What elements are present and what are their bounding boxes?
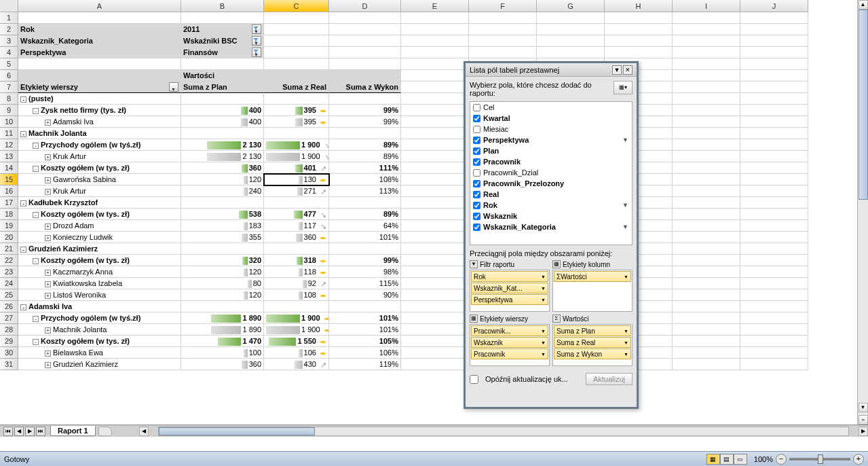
- field-checkbox[interactable]: [473, 213, 480, 220]
- cell-E[interactable]: [401, 289, 469, 301]
- pivot-real[interactable]: 118 ➨: [264, 266, 329, 278]
- cell-F[interactable]: [469, 35, 537, 47]
- cell-J[interactable]: [740, 232, 808, 243]
- cell-E[interactable]: [401, 82, 469, 93]
- cell-I[interactable]: [673, 324, 740, 336]
- suma-plan-header[interactable]: Suma z Plan: [181, 82, 264, 93]
- pivot-wykon[interactable]: 99%: [329, 255, 401, 266]
- dropzone-item[interactable]: Wskaznik▼: [471, 337, 548, 348]
- cell[interactable]: [329, 70, 401, 82]
- pane-titlebar[interactable]: Lista pól tabeli przestawnej ▼ ✕: [466, 63, 637, 77]
- cell-E[interactable]: [401, 359, 469, 370]
- row-header-12[interactable]: 12: [0, 139, 18, 151]
- row-header-10[interactable]: 10: [0, 116, 18, 128]
- col-header-E[interactable]: E: [401, 0, 469, 12]
- filter-label-0[interactable]: Rok: [18, 24, 181, 35]
- pivot-real[interactable]: [264, 197, 329, 209]
- field-checkbox[interactable]: [473, 180, 480, 187]
- pivot-real[interactable]: [264, 93, 329, 105]
- cell-J[interactable]: [740, 105, 808, 116]
- pivot-row-label[interactable]: +Konieczny Ludwik: [18, 232, 181, 243]
- cell-H[interactable]: [605, 12, 673, 24]
- cell-I[interactable]: [673, 336, 740, 347]
- cell-J[interactable]: [740, 174, 808, 185]
- pivot-plan[interactable]: [181, 243, 264, 255]
- row-header-30[interactable]: 30: [0, 347, 18, 359]
- cell-G[interactable]: [537, 35, 605, 47]
- pivot-wykon[interactable]: 99%: [329, 105, 401, 116]
- pivot-wykon[interactable]: 105%: [329, 336, 401, 347]
- row-header-28[interactable]: 28: [0, 324, 18, 336]
- cell-E[interactable]: [401, 151, 469, 162]
- pivot-plan[interactable]: [181, 128, 264, 139]
- cell-J[interactable]: [740, 255, 808, 266]
- row-header-7[interactable]: 7: [0, 82, 18, 93]
- pivot-plan[interactable]: 80: [181, 278, 264, 289]
- pivot-plan[interactable]: 2 130: [181, 151, 264, 162]
- cell-E[interactable]: [401, 70, 469, 82]
- cell-J[interactable]: [740, 266, 808, 278]
- row-header-14[interactable]: 14: [0, 162, 18, 174]
- pivot-plan[interactable]: 120: [181, 266, 264, 278]
- pivot-real[interactable]: 430 ↗: [264, 359, 329, 370]
- cell-I[interactable]: [673, 289, 740, 301]
- pivot-plan[interactable]: 320: [181, 255, 264, 266]
- pivot-row-label[interactable]: -Koszty ogółem (w tys. zł): [18, 162, 181, 174]
- pivot-real[interactable]: 117 ↘: [264, 220, 329, 232]
- pivot-row-label[interactable]: -Koszty ogółem (w tys. zł): [18, 209, 181, 220]
- cell[interactable]: [181, 58, 264, 70]
- row-header-1[interactable]: 1: [0, 12, 18, 24]
- zoom-slider-thumb[interactable]: [818, 454, 823, 464]
- defer-update-checkbox[interactable]: [470, 375, 478, 384]
- col-header-A[interactable]: A: [18, 0, 181, 12]
- row-header-23[interactable]: 23: [0, 266, 18, 278]
- pivot-row-label[interactable]: -Kadłubek Krzysztof: [18, 197, 181, 209]
- cell-F[interactable]: [469, 12, 537, 24]
- cell-E[interactable]: [401, 255, 469, 266]
- pivot-real[interactable]: 395 ➨: [264, 105, 329, 116]
- pivot-plan[interactable]: 120: [181, 289, 264, 301]
- cell-E[interactable]: [401, 324, 469, 336]
- col-header-I[interactable]: I: [673, 0, 740, 12]
- cell[interactable]: [329, 47, 401, 58]
- cell-A1[interactable]: [18, 12, 181, 24]
- row-header-27[interactable]: 27: [0, 312, 18, 324]
- col-header-C[interactable]: C: [264, 0, 329, 12]
- pivot-row-label[interactable]: +Grudzień Kazimierz: [18, 359, 181, 370]
- row-header-3[interactable]: 3: [0, 35, 18, 47]
- cell-J[interactable]: [740, 139, 808, 151]
- zoom-in-button[interactable]: +: [853, 454, 864, 465]
- cell-I[interactable]: [673, 243, 740, 255]
- row-header-8[interactable]: 8: [0, 93, 18, 105]
- pivot-real[interactable]: 92 ↗: [264, 278, 329, 289]
- dropzone-item[interactable]: Perspektywa▼: [471, 294, 548, 305]
- pivot-real[interactable]: 477 ↘: [264, 209, 329, 220]
- cell-I[interactable]: [673, 93, 740, 105]
- pivot-plan[interactable]: 538: [181, 209, 264, 220]
- cell[interactable]: [329, 35, 401, 47]
- values-header[interactable]: Wartości: [181, 70, 264, 82]
- dropzone-item[interactable]: Suma z Real▼: [554, 337, 631, 348]
- field-item[interactable]: Pracownik: [470, 156, 632, 167]
- pivot-real[interactable]: 1 900 ➨: [264, 312, 329, 324]
- cell-I[interactable]: [673, 312, 740, 324]
- pivot-wykon[interactable]: 101%: [329, 312, 401, 324]
- row-labels-zone[interactable]: ▦Etykiety wierszy Pracownik...▼Wskaznik▼…: [470, 315, 550, 366]
- hscroll-right[interactable]: ▶: [858, 427, 868, 436]
- pivot-wykon[interactable]: [329, 301, 401, 312]
- cell-I[interactable]: [673, 128, 740, 139]
- cell-J[interactable]: [740, 70, 808, 82]
- cell-E[interactable]: [401, 116, 469, 128]
- horizontal-scrollbar[interactable]: [158, 427, 849, 436]
- cell-G[interactable]: [537, 24, 605, 35]
- pivot-real[interactable]: [264, 301, 329, 312]
- field-item[interactable]: Real: [470, 189, 632, 200]
- page-layout-view-button[interactable]: ▤: [720, 454, 734, 465]
- pivot-row-label[interactable]: -Grudzień Kazimierz: [18, 243, 181, 255]
- pivot-real[interactable]: 395 ➨: [264, 116, 329, 128]
- pivot-wykon[interactable]: [329, 197, 401, 209]
- pivot-row-label[interactable]: +Drozd Adam: [18, 220, 181, 232]
- cell-E[interactable]: [401, 301, 469, 312]
- filter-value-2[interactable]: Finansów: [181, 47, 264, 58]
- cell[interactable]: [329, 24, 401, 35]
